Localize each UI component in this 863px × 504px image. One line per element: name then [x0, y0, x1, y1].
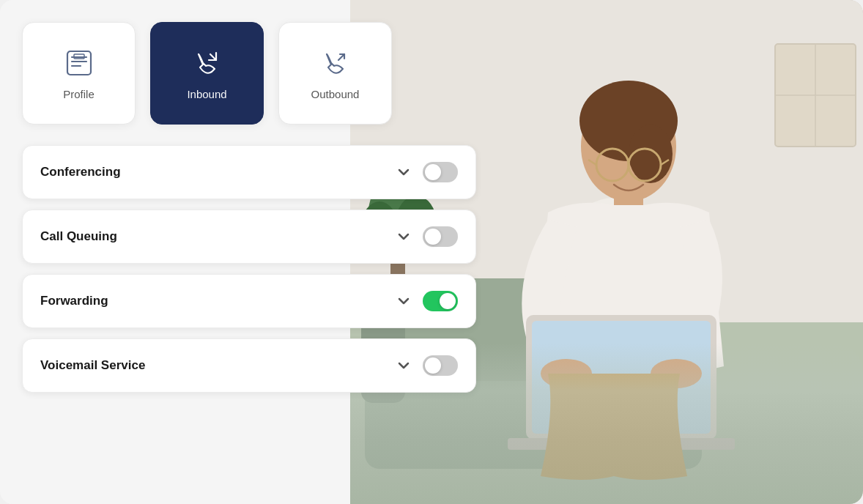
- voicemail-service-expand-button[interactable]: [396, 358, 411, 373]
- setting-forwarding: Forwarding: [22, 274, 476, 328]
- settings-list: Conferencing Call Queuing: [0, 145, 498, 393]
- conferencing-expand-button[interactable]: [396, 165, 411, 179]
- page-wrapper: Profile Inbound: [0, 0, 863, 504]
- setting-voicemail-service: Voicemail Service: [22, 338, 476, 393]
- inbound-icon: [191, 47, 223, 79]
- voicemail-service-toggle[interactable]: [423, 355, 458, 376]
- call-queuing-controls: [396, 226, 458, 247]
- forwarding-toggle[interactable]: [423, 291, 458, 311]
- svg-point-19: [541, 359, 592, 388]
- voicemail-service-label: Voicemail Service: [40, 358, 145, 373]
- setting-conferencing: Conferencing: [22, 145, 476, 199]
- tab-profile-label: Profile: [63, 88, 95, 100]
- svg-point-9: [629, 125, 673, 183]
- setting-call-queuing: Call Queuing: [22, 210, 476, 264]
- svg-line-33: [210, 54, 216, 60]
- svg-point-20: [651, 359, 702, 388]
- forwarding-controls: [396, 291, 458, 311]
- forwarding-expand-button[interactable]: [396, 294, 411, 308]
- call-queuing-label: Call Queuing: [40, 229, 117, 244]
- profile-icon: [63, 47, 95, 79]
- forwarding-label: Forwarding: [40, 294, 108, 308]
- tabs-row: Profile Inbound: [0, 0, 498, 125]
- tab-outbound[interactable]: Outbound: [278, 22, 392, 125]
- tab-profile[interactable]: Profile: [22, 22, 136, 125]
- outbound-icon: [319, 47, 352, 79]
- tab-inbound[interactable]: Inbound: [150, 22, 264, 125]
- conferencing-controls: [396, 162, 458, 182]
- conferencing-label: Conferencing: [40, 165, 121, 179]
- svg-rect-17: [532, 321, 711, 434]
- conferencing-toggle[interactable]: [423, 162, 458, 182]
- tab-outbound-label: Outbound: [311, 88, 360, 100]
- svg-rect-28: [67, 51, 91, 75]
- tab-inbound-label: Inbound: [187, 88, 226, 100]
- svg-line-34: [338, 54, 344, 60]
- call-queuing-toggle[interactable]: [423, 226, 458, 247]
- svg-rect-18: [508, 438, 735, 450]
- voicemail-service-controls: [396, 355, 458, 376]
- call-queuing-expand-button[interactable]: [396, 229, 411, 244]
- content-area: Profile Inbound: [0, 0, 498, 504]
